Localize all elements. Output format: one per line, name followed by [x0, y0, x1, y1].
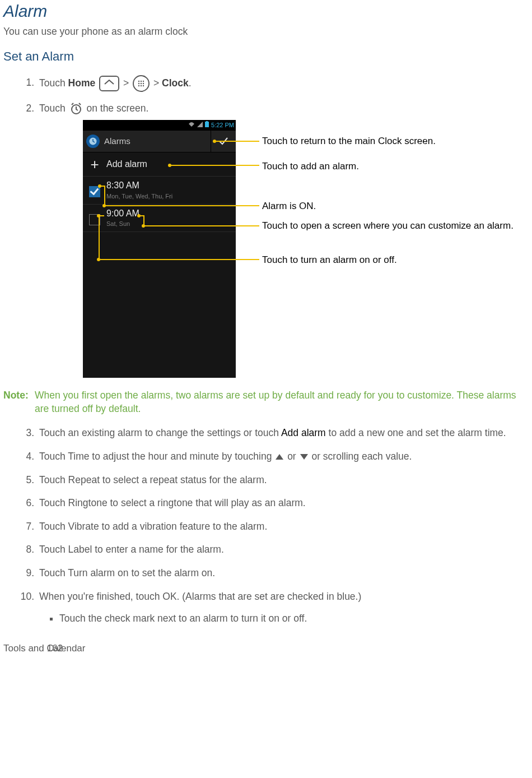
step3-a: Touch an existing alarm to change the se…: [39, 427, 281, 438]
callout-vert-5: [99, 215, 100, 259]
step-1: Touch Home > > Clock.: [37, 75, 529, 92]
section-heading: Set an Alarm: [3, 48, 529, 65]
step2-text-b: on the screen.: [86, 103, 148, 114]
svg-point-0: [138, 81, 139, 82]
step-8: Touch Label to enter a name for the alar…: [37, 543, 529, 557]
step2-text-a: Touch: [39, 103, 68, 114]
battery-icon: [205, 121, 209, 129]
step-10: When you're finished, touch OK. (Alarms …: [37, 590, 529, 626]
callout-4: Touch to open a screen where you can cus…: [262, 220, 532, 231]
callout-1: Touch to return to the main Clock screen…: [262, 135, 532, 147]
phone-empty-area: [83, 232, 236, 378]
home-icon: [99, 76, 119, 91]
step4-a: Touch Time to adjust the hour and minute…: [39, 451, 274, 462]
subtitle-text: You can use your phone as an alarm clock: [3, 25, 529, 39]
svg-point-4: [141, 83, 142, 84]
note-text: When you first open the alarms, two alar…: [35, 389, 529, 415]
add-alarm-label: Add alarm: [106, 158, 147, 170]
apps-icon: [133, 75, 150, 92]
alarm-clock-icon: [69, 102, 83, 115]
step1-sep2: >: [153, 77, 162, 88]
callout-line-5: [99, 259, 259, 260]
alarm-1-time: 8:30 AM: [106, 179, 236, 192]
alarm-row-2[interactable]: 9:00 AM Sat, Sun: [83, 205, 236, 232]
callout-5: Touch to turn an alarm on or off.: [262, 254, 532, 266]
wifi-icon: [188, 121, 195, 129]
svg-point-3: [138, 83, 139, 84]
clock-icon: [86, 135, 100, 148]
step4-b: or scrolling each value.: [309, 451, 412, 462]
step-3: Touch an existing alarm to change the se…: [37, 427, 529, 440]
svg-point-8: [143, 85, 144, 86]
alarms-label: Alarms: [104, 136, 211, 147]
alarm-1-checkbox[interactable]: [83, 177, 106, 203]
step1-sep1: >: [123, 77, 132, 88]
step-5: Touch Repeat to select a repeat status f…: [37, 474, 529, 487]
status-bar: 5:22 PM: [83, 120, 236, 130]
status-time: 5:22 PM: [211, 121, 234, 129]
step-7: Touch Vibrate to add a vibration feature…: [37, 520, 529, 534]
page-title: Alarm: [3, 0, 529, 23]
callout-line-2: [170, 165, 259, 166]
callout-3: Alarm is ON.: [262, 200, 532, 212]
plus-icon: +: [83, 155, 106, 174]
alarm-row-1[interactable]: 8:30 AM Mon, Tue, Wed, Thu, Fri: [83, 177, 236, 204]
callout-line-3: [104, 205, 259, 206]
alarm-screenshot-figure: 5:22 PM Alarms + Add alarm: [83, 120, 532, 378]
alarm-2-time: 9:00 AM: [106, 207, 236, 220]
note-label: Note:: [3, 389, 35, 415]
step-2: Touch on the screen. 5:22 PM: [37, 102, 529, 378]
step1-end: .: [189, 77, 192, 88]
step1-home: Home: [68, 77, 96, 88]
callout-line-4: [143, 225, 259, 226]
footer-page-number: 162: [47, 642, 63, 655]
svg-point-5: [143, 83, 144, 84]
step10-sub: Touch the check mark next to an alarm to…: [59, 612, 529, 626]
note-block: Note: When you first open the alarms, tw…: [3, 389, 529, 415]
step-4: Touch Time to adjust the hour and minute…: [37, 450, 529, 464]
step-9: Touch Turn alarm on to set the alarm on.: [37, 567, 529, 580]
triangle-down-icon: [300, 454, 308, 460]
step4-or: or: [284, 451, 298, 462]
step3-b: to add a new one and set the alarm time.: [326, 427, 506, 438]
step10-text: When you're finished, touch OK. (Alarms …: [39, 591, 361, 602]
triangle-up-icon: [276, 454, 283, 460]
svg-point-1: [141, 81, 142, 82]
step3-add: Add alarm: [281, 427, 326, 438]
svg-rect-10: [205, 122, 209, 127]
step1-text-a: Touch: [39, 77, 68, 88]
svg-point-6: [138, 85, 139, 86]
svg-point-2: [143, 81, 144, 82]
step-6: Touch Ringtone to select a ringtone that…: [37, 497, 529, 510]
svg-rect-11: [206, 121, 208, 122]
alarm-2-days: Sat, Sun: [106, 220, 236, 228]
signal-icon: [197, 121, 203, 129]
callout-vert-3: [104, 186, 105, 205]
footer-section: Tools and Calendar: [3, 642, 85, 655]
page-footer: Tools and Calendar 162: [3, 642, 529, 655]
alarm-2-checkbox[interactable]: [83, 205, 106, 231]
step1-clock: Clock: [162, 77, 189, 88]
alarm-1-days: Mon, Tue, Wed, Thu, Fri: [106, 192, 236, 201]
phone-frame: 5:22 PM Alarms + Add alarm: [83, 120, 236, 378]
callout-line-1: [214, 141, 259, 142]
svg-point-7: [141, 85, 142, 86]
callout-2: Touch to add an alarm.: [262, 160, 532, 172]
